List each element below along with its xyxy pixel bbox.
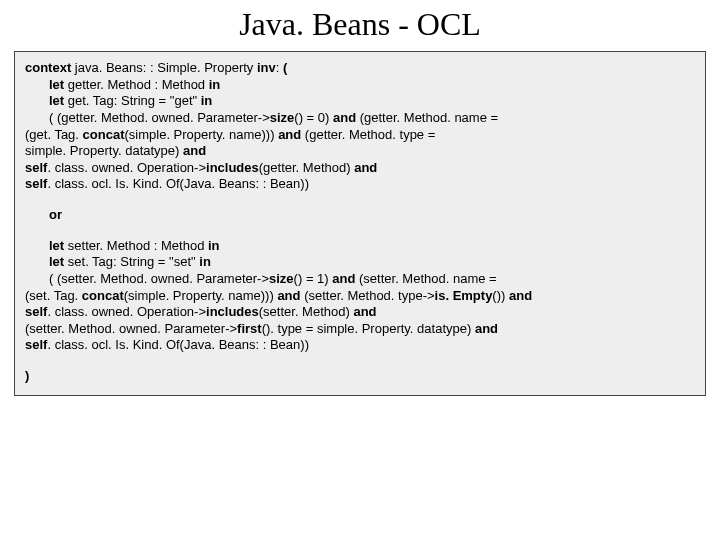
text: : xyxy=(276,60,283,75)
code-line: let getter. Method : Method in xyxy=(25,77,695,94)
kw-or: or xyxy=(25,207,695,224)
kw-self: self xyxy=(25,176,47,191)
setter-block: let setter. Method : Method in let set. … xyxy=(25,238,695,354)
kw-and: and xyxy=(277,288,300,303)
ocl-content: context java. Beans: : Simple. Property … xyxy=(14,51,706,396)
kw-and: and xyxy=(509,288,532,303)
kw-self: self xyxy=(25,160,47,175)
text: setter. Method : Method xyxy=(64,238,208,253)
code-line: context java. Beans: : Simple. Property … xyxy=(25,60,695,77)
kw-in: in xyxy=(201,93,213,108)
code-line: let setter. Method : Method in xyxy=(25,238,695,255)
kw-in: in xyxy=(199,254,211,269)
text: (setter. Method. type-> xyxy=(301,288,435,303)
kw-in: in xyxy=(208,238,220,253)
code-line: (setter. Method. owned. Parameter->first… xyxy=(25,321,695,338)
kw-self: self xyxy=(25,337,47,352)
text: (setter. Method. name = xyxy=(355,271,496,286)
kw-context: context xyxy=(25,60,71,75)
closing-paren: ) xyxy=(25,368,695,385)
kw-and: and xyxy=(333,110,356,125)
text: getter. Method : Method xyxy=(64,77,209,92)
text: () = 1) xyxy=(294,271,333,286)
kw-size: size xyxy=(269,271,294,286)
text: get. Tag: String = "get" xyxy=(64,93,201,108)
text: ()) xyxy=(492,288,509,303)
text: ( (setter. Method. owned. Parameter-> xyxy=(49,271,269,286)
kw-let: let xyxy=(49,238,64,253)
kw-concat: concat xyxy=(82,288,124,303)
text: set. Tag: String = "set" xyxy=(64,254,199,269)
code-line: self. class. owned. Operation->includes(… xyxy=(25,304,695,321)
text: (simple. Property. name))) xyxy=(124,288,278,303)
code-line: ( (getter. Method. owned. Parameter->siz… xyxy=(25,110,695,127)
text: . class. owned. Operation-> xyxy=(47,160,206,175)
kw-let: let xyxy=(49,77,64,92)
getter-block: context java. Beans: : Simple. Property … xyxy=(25,60,695,193)
kw-let: let xyxy=(49,254,64,269)
paren: ) xyxy=(25,368,29,383)
text: . class. ocl. Is. Kind. Of(Java. Beans: … xyxy=(47,176,309,191)
kw-inv: inv xyxy=(257,60,276,75)
kw-and: and xyxy=(332,271,355,286)
kw-and: and xyxy=(354,160,377,175)
slide: Java. Beans - OCL context java. Beans: :… xyxy=(0,0,720,540)
kw-includes: includes xyxy=(206,160,259,175)
code-line: self. class. ocl. Is. Kind. Of(Java. Bea… xyxy=(25,176,695,193)
text: (getter. Method. name = xyxy=(356,110,498,125)
text: java. Beans: : Simple. Property xyxy=(71,60,257,75)
text: (getter. Method. type = xyxy=(301,127,435,142)
code-line: let get. Tag: String = "get" in xyxy=(25,93,695,110)
slide-title: Java. Beans - OCL xyxy=(0,0,720,51)
code-line: (set. Tag. concat(simple. Property. name… xyxy=(25,288,695,305)
text: ( (getter. Method. owned. Parameter-> xyxy=(49,110,270,125)
text: (getter. Method) xyxy=(259,160,354,175)
text: (get. Tag. xyxy=(25,127,83,142)
text: (setter. Method) xyxy=(259,304,354,319)
text: (). type = simple. Property. datatype) xyxy=(262,321,475,336)
kw-let: let xyxy=(49,93,64,108)
kw-includes: includes xyxy=(206,304,259,319)
paren: ( xyxy=(283,60,287,75)
code-line: let set. Tag: String = "set" in xyxy=(25,254,695,271)
kw-self: self xyxy=(25,304,47,319)
kw-isempty: is. Empty xyxy=(435,288,493,303)
text: . class. owned. Operation-> xyxy=(47,304,206,319)
kw-and: and xyxy=(353,304,376,319)
code-line: (get. Tag. concat(simple. Property. name… xyxy=(25,127,695,144)
kw-and: and xyxy=(278,127,301,142)
kw-concat: concat xyxy=(83,127,125,142)
text: (setter. Method. owned. Parameter-> xyxy=(25,321,237,336)
kw-and: and xyxy=(183,143,206,158)
kw-first: first xyxy=(237,321,262,336)
text: (set. Tag. xyxy=(25,288,82,303)
code-line: self. class. owned. Operation->includes(… xyxy=(25,160,695,177)
kw-size: size xyxy=(270,110,295,125)
text: . class. ocl. Is. Kind. Of(Java. Beans: … xyxy=(47,337,309,352)
kw-in: in xyxy=(209,77,221,92)
kw-and: and xyxy=(475,321,498,336)
text: (simple. Property. name))) xyxy=(124,127,278,142)
code-line: simple. Property. datatype) and xyxy=(25,143,695,160)
text: () = 0) xyxy=(294,110,333,125)
text: simple. Property. datatype) xyxy=(25,143,183,158)
code-line: self. class. ocl. Is. Kind. Of(Java. Bea… xyxy=(25,337,695,354)
code-line: ( (setter. Method. owned. Parameter->siz… xyxy=(25,271,695,288)
